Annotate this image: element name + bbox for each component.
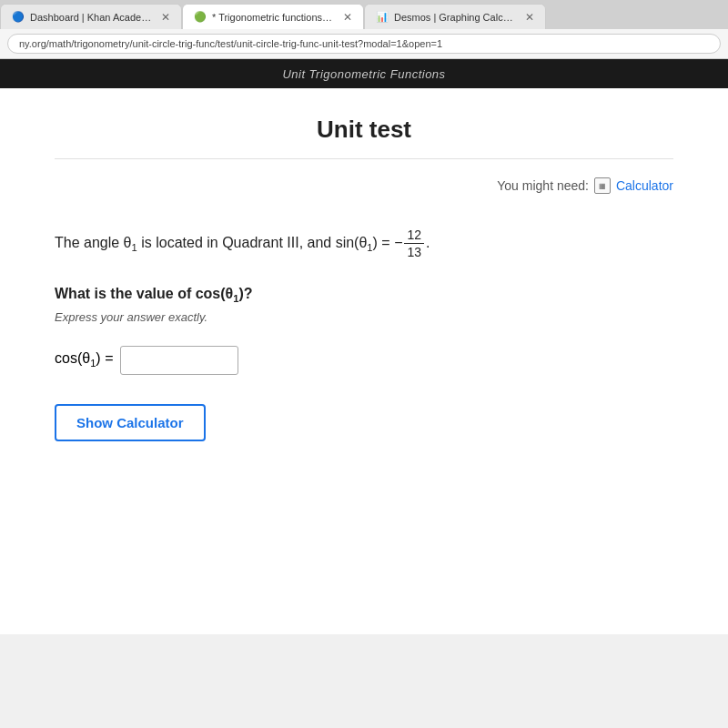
answer-label-subscript: 1 [90,359,96,369]
tab-dashboard[interactable]: 🔵 Dashboard | Khan Academy ✕ [0,4,182,29]
tab-bar: 🔵 Dashboard | Khan Academy ✕ 🟢 * Trigono… [0,0,728,29]
page-title: Unit test [55,116,673,159]
tab-desmos-favicon: 📊 [376,11,389,24]
tab-desmos-label: Desmos | Graphing Calcula [394,12,516,23]
fraction-denominator: 13 [404,244,424,260]
tab-trig-favicon: 🟢 [194,11,207,24]
theta-subscript-1: 1 [132,242,137,253]
tab-dashboard-favicon: 🔵 [12,11,25,24]
address-bar [0,29,728,58]
address-input[interactable] [7,34,721,54]
tab-trig-label: * Trigonometric functions | Trig [212,12,334,23]
page-header-title: Unit Trigonometric Functions [282,67,445,81]
calculator-icon: ▦ [594,177,611,194]
browser-chrome: 🔵 Dashboard | Khan Academy ✕ 🟢 * Trigono… [0,0,728,59]
tab-trig[interactable]: 🟢 * Trigonometric functions | Trig ✕ [182,4,364,29]
fraction: 1213 [404,227,424,260]
answer-label: cos(θ1) = [55,350,113,369]
tab-desmos-close[interactable]: ✕ [525,11,534,24]
calculator-link[interactable]: Calculator [616,178,673,193]
show-calculator-button[interactable]: Show Calculator [55,404,206,441]
main-content: Unit test You might need: ▦ Calculator T… [0,88,728,634]
fraction-numerator: 12 [404,227,424,244]
tab-dashboard-label: Dashboard | Khan Academy [30,12,152,23]
answer-input[interactable] [120,346,238,375]
tab-desmos[interactable]: 📊 Desmos | Graphing Calcula ✕ [364,4,546,29]
tab-trig-close[interactable]: ✕ [343,11,352,24]
problem-statement: The angle θ1 is located in Quadrant III,… [55,227,673,260]
tab-dashboard-close[interactable]: ✕ [161,11,170,24]
calculator-hint-text: You might need: [497,178,589,193]
question-title: What is the value of cos(θ1)? [55,286,673,304]
question-subtitle: Express your answer exactly. [55,310,673,324]
calculator-hint-row: You might need: ▦ Calculator [55,177,673,194]
page-header-bar: Unit Trigonometric Functions [0,59,728,88]
answer-row: cos(θ1) = [55,346,673,375]
theta-subscript-2: 1 [367,242,372,253]
question-subscript: 1 [233,294,238,305]
